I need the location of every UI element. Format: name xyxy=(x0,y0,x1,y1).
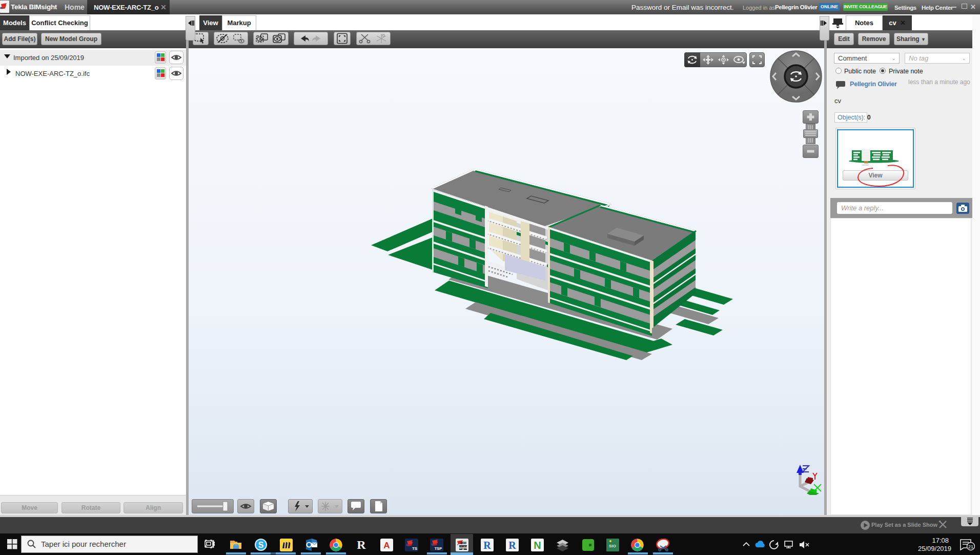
svg-text:BIM: BIM xyxy=(460,541,466,545)
svg-text:21: 21 xyxy=(968,544,973,549)
svg-text:R: R xyxy=(357,538,366,551)
svg-text:N: N xyxy=(534,540,541,551)
svg-text:R: R xyxy=(508,540,516,551)
svg-text:R: R xyxy=(483,540,491,551)
svg-text:S: S xyxy=(258,541,264,549)
svg-text:SIO: SIO xyxy=(609,544,616,548)
svg-text:TSP: TSP xyxy=(435,546,442,551)
svg-text:A: A xyxy=(383,541,390,550)
svg-text:sight: sight xyxy=(459,546,467,550)
svg-text:TS: TS xyxy=(412,546,418,551)
